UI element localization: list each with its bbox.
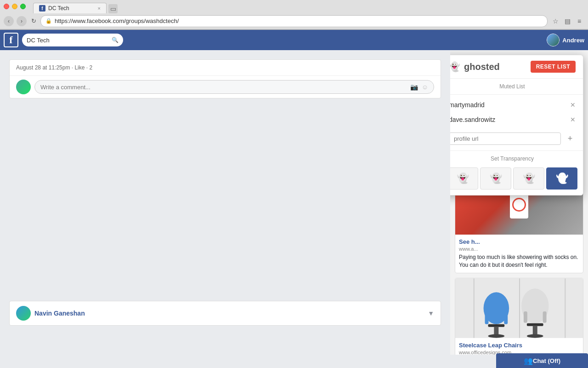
svg-rect-16 [543, 311, 547, 323]
add-profile-row: + [450, 130, 583, 151]
svg-rect-2 [474, 278, 475, 338]
svg-point-14 [527, 334, 543, 338]
post-meta: August 28 at 11:25pm · Like · 2 [10, 60, 441, 75]
transparency-level-0-button[interactable]: 👻 [450, 167, 478, 190]
transparency-label: Set Transparency [450, 151, 583, 165]
svg-rect-9 [485, 313, 489, 324]
muted-username: martymadrid [450, 101, 485, 109]
post-timestamp: August 28 at 11:25pm · Like · 2 [16, 64, 92, 71]
post-card: August 28 at 11:25pm · Like · 2 📷 ☺ [9, 59, 441, 98]
list-item: martymadrid ✕ [450, 98, 583, 112]
ghost-opaque-icon: 👻 [457, 172, 469, 184]
ghosted-title-wrap: 👻 ghosted [450, 61, 500, 72]
back-button[interactable]: ‹ [4, 16, 14, 26]
right-sidebar: 👻 ghosted RESET LIST Muted List martymad… [450, 50, 588, 355]
ad-card-2: Steelcase Leap Chairs www.officedesigns.… [455, 278, 583, 355]
transparency-options: 👻 👻 👻 👻 [450, 165, 583, 195]
ad-content-2: Steelcase Leap Chairs www.officedesigns.… [455, 338, 583, 355]
list-item: dave.sandrowitz ✕ [450, 112, 583, 127]
maximize-window-button[interactable] [20, 4, 26, 9]
fb-logo: f [4, 33, 18, 47]
address-bar: ‹ › ↻ 🔒 https://www.facebook.com/groups/… [0, 13, 588, 29]
transparency-level-3-button[interactable]: 👻 [546, 167, 577, 190]
svg-rect-4 [565, 278, 565, 338]
fb-header: f 🔍 Andrew [0, 30, 588, 50]
transparency-level-2-button[interactable]: 👻 [513, 167, 544, 190]
chat-label: Chat (Off) [533, 357, 560, 364]
refresh-button[interactable]: ↻ [29, 17, 38, 25]
toolbar-right: ☆ ▤ ≡ [550, 16, 584, 26]
traffic-lights [4, 4, 26, 9]
reset-list-button[interactable]: RESET LIST [531, 61, 576, 73]
url-text: https://www.facebook.com/groups/washdcte… [55, 17, 543, 24]
ghost-most-icon: 👻 [556, 172, 568, 184]
ghost-more-icon: 👻 [523, 172, 535, 184]
ad-content-1: See h... www.a... Paying too much is lik… [455, 235, 583, 273]
reader-view-icon[interactable]: ▤ [562, 16, 572, 26]
commenter-avatar [16, 80, 31, 94]
muted-list: martymadrid ✕ dave.sandrowitz ✕ [450, 95, 583, 130]
ad-url-1: www.a... [459, 246, 579, 252]
profile-url-input[interactable] [450, 132, 561, 145]
transparency-level-1-button[interactable]: 👻 [480, 167, 511, 190]
svg-rect-6 [488, 324, 504, 327]
bookmark-icon[interactable]: ☆ [550, 16, 560, 26]
bottom-post-card: Navin Ganeshan ▼ [9, 301, 441, 326]
ghost-icon: 👻 [450, 61, 460, 72]
avatar [547, 34, 560, 46]
ghost-slight-icon: 👻 [490, 172, 502, 184]
feed-area: August 28 at 11:25pm · Like · 2 📷 ☺ Navi… [0, 50, 450, 355]
svg-rect-12 [527, 323, 543, 326]
comment-box: 📷 ☺ [10, 75, 441, 98]
muted-username: dave.sandrowitz [450, 116, 495, 123]
menu-icon[interactable]: ≡ [574, 16, 584, 26]
camera-icon[interactable]: 📷 [410, 83, 418, 91]
svg-point-8 [488, 334, 504, 338]
remove-dave-button[interactable]: ✕ [570, 116, 576, 123]
fb-search-input[interactable] [27, 37, 109, 44]
ghosted-popup: 👻 ghosted RESET LIST Muted List martymad… [450, 55, 583, 196]
ad-link-1[interactable]: See h... [459, 238, 579, 245]
tab-title: DC Tech [48, 5, 69, 12]
bottom-post-username[interactable]: Navin Ganeshan [34, 310, 424, 317]
forward-button[interactable]: › [17, 16, 27, 26]
ghosted-header: 👻 ghosted RESET LIST [450, 55, 583, 79]
ghosted-title: ghosted [464, 62, 500, 72]
tab-close-button[interactable]: × [98, 6, 101, 11]
emoji-icon[interactable]: ☺ [422, 83, 428, 91]
title-bar: f DC Tech × ▭ [0, 0, 588, 13]
chat-bar[interactable]: 👥 Chat (Off) [496, 353, 588, 368]
tab-bar: f DC Tech × ▭ [29, 0, 121, 13]
ad-desc-1: Paying too much is like showering with s… [459, 253, 579, 269]
fb-user-menu[interactable]: Andrew [547, 34, 584, 46]
svg-rect-3 [519, 278, 520, 338]
tab-favicon: f [39, 5, 45, 12]
chevron-down-icon: ▼ [428, 310, 434, 317]
svg-rect-15 [524, 311, 527, 323]
comment-input[interactable] [40, 84, 407, 91]
ssl-icon: 🔒 [45, 18, 52, 24]
user-name: Andrew [562, 37, 584, 44]
ad-image-2 [455, 278, 583, 338]
muted-list-label: Muted List [450, 79, 583, 95]
chat-icon: 👥 [524, 356, 533, 365]
close-window-button[interactable] [4, 4, 9, 9]
fb-search-box[interactable]: 🔍 [22, 34, 123, 46]
minimize-window-button[interactable] [12, 4, 17, 9]
ad-link-2[interactable]: Steelcase Leap Chairs [459, 342, 579, 349]
browser-tab[interactable]: f DC Tech × [33, 3, 107, 13]
bottom-post-avatar [16, 306, 31, 321]
comment-input-wrap[interactable]: 📷 ☺ [34, 80, 434, 94]
remove-martymadrid-button[interactable]: ✕ [570, 101, 576, 109]
add-profile-button[interactable]: + [565, 133, 576, 144]
url-input[interactable]: 🔒 https://www.facebook.com/groups/washdc… [40, 15, 548, 27]
main-content: August 28 at 11:25pm · Like · 2 📷 ☺ Navi… [0, 50, 588, 355]
new-tab-button[interactable]: ▭ [108, 4, 118, 13]
fb-search-icon: 🔍 [112, 37, 119, 43]
comment-icons: 📷 ☺ [410, 83, 428, 91]
svg-rect-10 [504, 313, 508, 324]
